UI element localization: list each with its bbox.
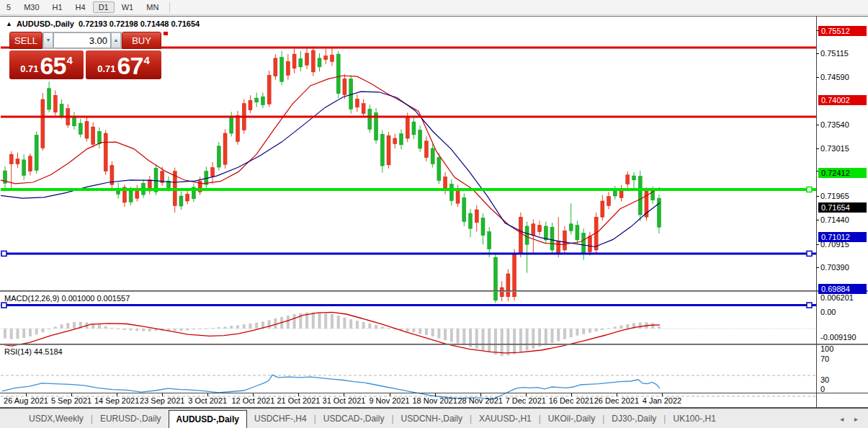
macd-axis-label: 0.00 — [820, 308, 867, 316]
macd-histogram-bar — [639, 323, 642, 329]
macd-histogram-bar — [557, 329, 560, 341]
buy-price-pips: 67 — [117, 55, 143, 76]
macd-histogram-bar — [174, 329, 176, 331]
line-drag-handle[interactable] — [1, 251, 6, 256]
volume-input[interactable]: 3.00 — [53, 32, 111, 48]
candle-body — [475, 210, 478, 223]
candle-body — [550, 227, 554, 250]
macd-histogram-bar — [343, 318, 346, 329]
timeframe-button-m30[interactable]: M30 — [18, 1, 45, 13]
macd-histogram-bar — [425, 329, 428, 335]
sell-price-quote[interactable]: 0.71 65 4 — [9, 50, 84, 79]
candle-body — [525, 226, 529, 244]
macd-histogram-bar — [545, 329, 547, 345]
price-tick-mark — [816, 267, 819, 268]
macd-histogram-bar — [388, 328, 390, 329]
timeframe-toolbar: 5M30H1H4D1W1MN — [0, 0, 868, 15]
date-tick-label: 7 Dec 2021 — [506, 396, 546, 405]
date-axis-separator — [0, 393, 868, 393]
macd-histogram-bar — [576, 329, 578, 336]
sell-price-point: 4 — [66, 54, 72, 66]
price-tick-mark — [816, 148, 819, 149]
macd-histogram-bar — [29, 329, 32, 336]
candle-body — [387, 135, 390, 165]
candle-body — [286, 61, 290, 75]
timeframe-button-5[interactable]: 5 — [1, 1, 17, 13]
timeframe-button-w1[interactable]: W1 — [116, 1, 140, 13]
candle-body — [424, 141, 428, 158]
macd-histogram-bar — [462, 329, 465, 345]
macd-histogram-bar — [570, 329, 573, 337]
trading-platform-window: 5M30H1H4D1W1MN ▲ AUDUSD-,Daily 0.72193 0… — [0, 0, 868, 428]
chart-tab-usdx-weekly[interactable]: USDX,Weekly — [22, 410, 91, 427]
candle-body — [267, 75, 271, 104]
chart-tab-dj30-daily[interactable]: DJ30-,Daily — [604, 410, 663, 427]
chart-tab-usdcnh-daily[interactable]: USDCNH-,Daily — [394, 410, 470, 427]
candle-body — [217, 146, 220, 167]
macd-pane-separator[interactable] — [0, 290, 868, 292]
rsi-pane-separator[interactable] — [0, 344, 868, 345]
timeframe-button-mn[interactable]: MN — [140, 1, 164, 13]
macd-histogram-bar — [519, 329, 522, 352]
line-drag-handle[interactable] — [807, 303, 812, 308]
chart-tab-ukoil-daily[interactable]: UKOil-,Daily — [541, 410, 602, 427]
buy-price-quote[interactable]: 0.71 67 4 — [86, 50, 161, 79]
macd-histogram-bar — [192, 329, 195, 329]
chart-tab-audusd-daily[interactable]: AUDUSD-,Daily — [169, 410, 247, 428]
candle-body — [53, 95, 57, 112]
macd-histogram-bar — [532, 329, 534, 349]
macd-signal-line — [1, 312, 660, 353]
line-drag-handle[interactable] — [1, 303, 6, 308]
rsi-axis-label: 100 — [820, 344, 867, 353]
macd-histogram-bar — [324, 313, 327, 329]
macd-histogram-bar — [501, 329, 504, 356]
candle-body — [274, 58, 277, 76]
candle-body — [324, 56, 328, 60]
candle-body — [493, 257, 497, 300]
candle-body — [462, 198, 466, 222]
macd-histogram-bar — [236, 325, 239, 329]
date-tick-label: 18 Nov 2021 — [412, 396, 457, 405]
chart-tab-xauusd-h1[interactable]: XAUUSD-,H1 — [472, 410, 539, 427]
candle-body — [437, 158, 441, 181]
volume-increase-button[interactable]: ▲ — [111, 32, 121, 48]
sell-button[interactable]: SELL — [9, 32, 42, 49]
chart-tab-usdcad-daily[interactable]: USDCAD-,Daily — [316, 410, 392, 427]
timeframe-button-h4[interactable]: H4 — [70, 1, 91, 13]
date-tick-label: 26 Aug 2021 — [4, 396, 48, 405]
chart-tab-uk100-h1[interactable]: UK100-,H1 — [666, 410, 722, 427]
chart-tab-eurusd-daily[interactable]: EURUSD-,Daily — [93, 410, 169, 427]
chart-tab-usdchf-h4[interactable]: USDCHF-,H4 — [247, 410, 314, 427]
candle-body — [311, 50, 315, 72]
macd-histogram-bar — [626, 324, 629, 329]
candle-body — [362, 104, 365, 114]
buy-button[interactable]: BUY — [122, 32, 161, 49]
price-tick-mark — [816, 77, 819, 78]
candle-body — [456, 190, 460, 203]
volume-decrease-button[interactable]: ▼ — [43, 32, 53, 48]
candle-body — [412, 122, 416, 135]
line-drag-handle[interactable] — [807, 187, 812, 192]
price-tick-mark — [816, 125, 819, 125]
candle-body — [41, 99, 45, 148]
rsi-axis-label: 0 — [820, 385, 867, 393]
line-drag-handle[interactable] — [807, 251, 812, 256]
ohlc-values: 0.72193 0.72198 0.71448 0.71654 — [79, 19, 200, 28]
candle-body — [380, 134, 384, 166]
candle-body — [619, 190, 623, 197]
collapse-icon[interactable]: ▲ — [6, 20, 12, 27]
macd-histogram-bar — [268, 320, 271, 329]
timeframe-button-h1[interactable]: H1 — [47, 1, 68, 13]
timeframe-button-d1[interactable]: D1 — [93, 1, 115, 13]
macd-histogram-bar — [218, 327, 220, 329]
hline-anchor-mark — [164, 32, 168, 35]
macd-histogram-bar — [66, 323, 69, 329]
candle-body — [236, 115, 240, 141]
macd-histogram-bar — [595, 329, 598, 331]
macd-histogram-bar — [10, 329, 13, 339]
macd-histogram-bar — [412, 329, 415, 332]
candle-body — [538, 226, 542, 232]
macd-indicator-canvas[interactable] — [1, 308, 816, 360]
price-level-tag: 0.69884 — [818, 284, 867, 294]
tab-scroll-arrows[interactable]: ◂ ▸ — [840, 415, 862, 423]
